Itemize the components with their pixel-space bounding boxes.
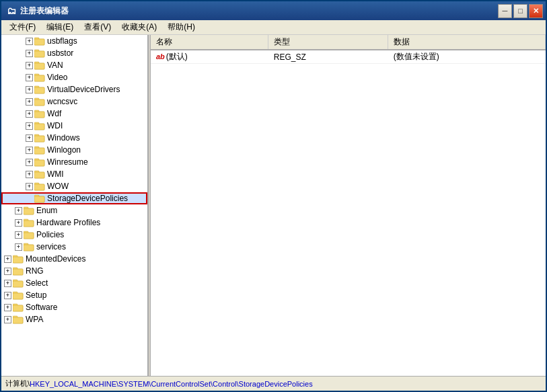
tree-label-Winlogon: Winlogon (47, 145, 81, 155)
folder-icon-WMI (34, 169, 45, 179)
expand-btn-Enum[interactable]: + (15, 207, 22, 214)
folder-icon-HardwareProfiles (24, 218, 34, 227)
table-row[interactable]: ab(默认)REG_SZ(数值未设置) (151, 50, 546, 64)
tree-item-RNG[interactable]: + RNG (1, 265, 147, 277)
col-data[interactable]: 数据 (388, 35, 546, 50)
tree-item-Enum[interactable]: + Enum (1, 204, 147, 217)
tree-item-MountedDevices[interactable]: + MountedDevices (1, 253, 147, 265)
svg-rect-47 (24, 221, 34, 227)
tree-item-StorageDevicePolicies[interactable]: StorageDevicePolicies (1, 192, 147, 204)
tree-label-wcncsvc: wcncsvc (47, 97, 77, 106)
svg-rect-17 (34, 100, 44, 106)
expand-btn-Windows[interactable]: + (26, 134, 33, 142)
registry-values-table: 名称 类型 数据 ab(默认)REG_SZ(数值未设置) (151, 35, 546, 64)
expand-btn-Setup[interactable]: + (4, 292, 11, 299)
tree-item-usbstor[interactable]: + usbstor (1, 47, 147, 59)
svg-rect-56 (13, 257, 23, 263)
expand-btn-wcncsvc[interactable]: + (26, 98, 33, 106)
status-prefix: 计算机\ (5, 379, 30, 389)
expand-btn-Video[interactable]: + (26, 74, 33, 81)
expand-btn-WOW[interactable]: + (26, 183, 33, 190)
folder-icon-VAN (34, 61, 45, 70)
folder-icon-Winresume (34, 157, 45, 167)
menu-edit[interactable]: 编辑(E) (41, 20, 79, 34)
tree-item-Setup[interactable]: + Setup (1, 289, 147, 301)
tree-item-Policies[interactable]: + Policies (1, 229, 147, 241)
col-name[interactable]: 名称 (151, 35, 268, 50)
tree-item-services[interactable]: + services (1, 241, 147, 253)
expand-btn-Policies[interactable]: + (15, 231, 22, 239)
svg-rect-20 (34, 112, 44, 118)
folder-icon-Video (34, 73, 45, 82)
tree-label-MountedDevices: MountedDevices (26, 254, 85, 264)
tree-item-Video[interactable]: + Video (1, 71, 147, 83)
expand-btn-Winresume[interactable]: + (26, 159, 33, 166)
tree-label-usbstor: usbstor (47, 48, 73, 58)
tree-item-Winresume[interactable]: + Winresume (1, 156, 147, 168)
folder-icon-Setup (13, 290, 24, 300)
tree-item-usbflags[interactable]: + usbflags (1, 35, 147, 47)
col-type[interactable]: 类型 (268, 35, 388, 50)
menu-help[interactable]: 帮助(H) (162, 20, 200, 34)
main-area: + usbflags+ usbstor+ VAN+ Video+ Virtual… (1, 35, 546, 376)
svg-rect-41 (34, 196, 44, 202)
tree-label-Wdf: Wdf (47, 109, 61, 118)
expand-btn-Select[interactable]: + (4, 280, 11, 287)
tree-item-Windows[interactable]: + Windows (1, 132, 147, 144)
svg-rect-59 (13, 269, 23, 275)
menu-bar: 文件(F) 编辑(E) 查看(V) 收藏夹(A) 帮助(H) (1, 20, 546, 35)
registry-editor-window: 🗂 注册表编辑器 ─ □ ✕ 文件(F) 编辑(E) 查看(V) 收藏夹(A) … (0, 0, 547, 392)
svg-rect-29 (34, 148, 44, 154)
close-button[interactable]: ✕ (529, 4, 543, 18)
expand-btn-MountedDevices[interactable]: + (4, 256, 11, 263)
folder-icon-MountedDevices (13, 254, 24, 264)
tree-item-WDI[interactable]: + WDI (1, 120, 147, 132)
tree-item-WOW[interactable]: + WOW (1, 180, 147, 192)
expand-btn-VirtualDeviceDrivers[interactable]: + (26, 86, 33, 93)
tree-label-WMI: WMI (47, 169, 64, 179)
expand-btn-usbflags[interactable]: + (26, 38, 33, 45)
tree-item-Wdf[interactable]: + Wdf (1, 108, 147, 120)
folder-icon-RNG (13, 266, 24, 276)
tree-panel[interactable]: + usbflags+ usbstor+ VAN+ Video+ Virtual… (1, 35, 148, 376)
expand-btn-WDI[interactable]: + (26, 122, 33, 130)
tree-label-StorageDevicePolicies: StorageDevicePolicies (47, 194, 128, 203)
expand-btn-RNG[interactable]: + (4, 268, 11, 275)
svg-rect-71 (13, 317, 23, 323)
tree-item-VirtualDeviceDrivers[interactable]: + VirtualDeviceDrivers (1, 83, 147, 95)
title-bar: 🗂 注册表编辑器 ─ □ ✕ (1, 1, 546, 20)
svg-rect-44 (24, 208, 34, 214)
tree-item-WMI[interactable]: + WMI (1, 168, 147, 180)
tree-item-VAN[interactable]: + VAN (1, 59, 147, 71)
folder-icon-wcncsvc (34, 97, 45, 106)
tree-item-Winlogon[interactable]: + Winlogon (1, 144, 147, 156)
tree-label-Enum: Enum (36, 206, 57, 215)
expand-btn-VAN[interactable]: + (26, 62, 33, 69)
expand-btn-WMI[interactable]: + (26, 171, 33, 178)
expand-btn-Wdf[interactable]: + (26, 110, 33, 118)
expand-btn-WPA[interactable]: + (4, 316, 11, 323)
tree-item-Software[interactable]: + Software (1, 301, 147, 313)
expand-btn-Software[interactable]: + (4, 304, 11, 311)
folder-icon-Windows (34, 133, 45, 143)
tree-label-WPA: WPA (26, 315, 43, 324)
restore-button[interactable]: □ (513, 4, 527, 18)
expand-btn-services[interactable]: + (15, 243, 22, 251)
expand-btn-Winlogon[interactable]: + (26, 147, 33, 154)
menu-view[interactable]: 查看(V) (79, 20, 116, 34)
svg-rect-62 (13, 281, 23, 287)
tree-label-Windows: Windows (47, 133, 80, 143)
folder-icon-usbflags (34, 36, 45, 46)
tree-item-WPA[interactable]: + WPA (1, 313, 147, 325)
tree-item-wcncsvc[interactable]: + wcncsvc (1, 95, 147, 108)
svg-rect-50 (24, 233, 34, 239)
title-controls: ─ □ ✕ (498, 4, 543, 18)
expand-btn-HardwareProfiles[interactable]: + (15, 219, 22, 227)
tree-item-HardwareProfiles[interactable]: + Hardware Profiles (1, 217, 147, 229)
menu-favorites[interactable]: 收藏夹(A) (116, 20, 162, 34)
menu-file[interactable]: 文件(F) (4, 20, 41, 34)
minimize-button[interactable]: ─ (498, 4, 512, 18)
expand-btn-usbstor[interactable]: + (26, 50, 33, 57)
tree-item-Select[interactable]: + Select (1, 277, 147, 289)
folder-icon-Enum (24, 206, 34, 215)
